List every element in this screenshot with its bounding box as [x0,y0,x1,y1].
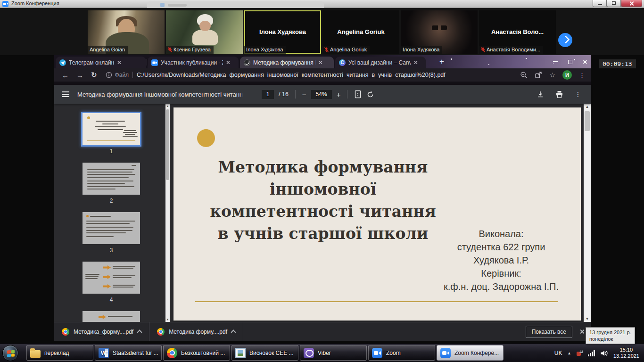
pdf-menu-icon[interactable] [62,94,69,95]
info-icon[interactable] [106,72,112,78]
start-button[interactable] [2,345,18,361]
pdf-more-options-icon[interactable]: ⋮ [575,90,581,98]
taskbar-button-chrome[interactable]: Безкоштовний ... [163,345,230,361]
share-icon[interactable] [535,71,542,79]
page-thumbnail-2[interactable] [83,163,140,195]
zoom-in-button[interactable]: + [337,90,341,99]
minimize-button[interactable] [593,0,607,7]
taskbar-button-word[interactable]: W Staatsdienst für ... [95,345,162,361]
rotate-icon[interactable] [366,90,374,99]
hidden-icons-arrow[interactable]: ▲ [568,351,571,355]
restore-icon[interactable] [568,60,572,64]
page-number-input[interactable]: 1 [262,90,274,99]
pdf-file-icon [157,328,165,336]
tray-app-icon[interactable] [576,350,583,356]
tab-close-icon[interactable] [414,61,417,64]
network-icon[interactable] [588,350,595,356]
tab-close-icon[interactable] [117,61,121,64]
clock[interactable]: 15:10 13.12.2021 [613,347,639,359]
participant-name-label: Angelina Goian [88,46,128,54]
tab-telegram[interactable]: Телеграм онлайн [56,57,146,68]
taskbar-button-zoom-meeting-active[interactable]: Zoom Конфере... [437,345,504,361]
page-thumbnail-4[interactable] [83,262,140,294]
sidebar-scrollbar[interactable]: ▲ ▼ [165,104,170,322]
participant-name-label: Ксения Грузева [166,46,214,54]
download-item[interactable]: Методика форму....pdf [149,322,243,341]
browser-window-controls [553,55,587,68]
zoom-out-button[interactable]: − [302,90,306,99]
tab-close-icon[interactable] [226,61,230,64]
forward-button[interactable]: → [76,71,83,79]
telegram-icon [59,59,66,66]
taskbar-button-viber[interactable]: Viber [300,345,367,361]
volume-icon[interactable] [600,350,608,357]
back-button[interactable]: ← [62,71,69,79]
thumbnail-page-number: 3 [83,247,140,254]
canva-icon: C [339,59,346,66]
close-icon[interactable] [583,60,586,64]
slide-gold-circle [197,129,215,147]
bookmark-star-icon[interactable]: ☆ [549,71,555,79]
page-thumbnail-5[interactable] [83,311,140,322]
viewer-scrollbar[interactable]: ▲ ▼ [584,104,591,322]
url-text: C:/Users/пк/Downloads/Методика_формуванн… [137,72,446,78]
close-button[interactable] [621,0,642,7]
windows-taskbar: переклад W Staatsdienst für ... Безкошто… [0,343,644,362]
pdf-page-viewer[interactable]: Методика формування іншомовної компетент… [170,104,591,322]
new-tab-button[interactable]: + [436,56,447,67]
system-tray: UK ▲ 15:10 13.12.2021 [554,344,644,362]
print-icon[interactable] [555,90,563,98]
show-all-downloads-button[interactable]: Показать все [526,326,572,338]
taskbar-button-photo-viewer[interactable]: Висновок СЕЕ ... [231,345,298,361]
participant-tile[interactable]: Angelina Goian [88,10,165,54]
reload-button[interactable]: ↻ [91,71,97,79]
taskbar-button-zoom[interactable]: Zoom [368,345,435,361]
participant-name-label: Анастасія Володими... [479,46,543,54]
muted-mic-icon [481,47,485,52]
zoom-level-icon[interactable] [520,71,528,79]
page-thumbnail-1[interactable] [83,113,140,145]
next-participants-button[interactable] [558,33,572,47]
scroll-up-icon[interactable]: ▲ [584,105,591,109]
taskbar-button-folder[interactable]: переклад [26,345,93,361]
clock-date: 13.12.2021 [613,353,639,359]
scroll-up-icon[interactable]: ▲ [165,105,170,107]
bookmarks-strip [54,82,591,85]
participant-tile-active-speaker[interactable]: Ілона Худякова Ілона Худякова [244,10,321,54]
scrollbar-thumb[interactable] [585,111,590,131]
tab-close-icon[interactable] [319,61,322,64]
thumbnail-page-number: 2 [83,197,140,204]
scroll-down-icon[interactable]: ▼ [165,318,170,321]
page-thumbnail-3[interactable] [83,212,140,244]
scrollbar-thumb[interactable] [166,109,169,180]
chevron-up-icon[interactable] [137,329,142,335]
tab-zoom[interactable]: Участник публикации - Zoom [148,57,239,68]
participant-tile[interactable]: Ілона Худякова [401,10,478,54]
participant-name-label: Ілона Худякова [244,46,286,54]
restore-button[interactable] [607,0,621,7]
pdf-file-icon [62,328,69,336]
scroll-down-icon[interactable]: ▼ [584,317,591,321]
page-total: / 16 [279,91,289,98]
participant-tile[interactable]: Angelina Goriuk Angelina Goriuk [322,10,399,54]
tab-pdf-active[interactable]: Методика формування іншомо [240,57,334,68]
background-window-icon [160,3,165,7]
address-bar[interactable]: Файл C:/Users/пк/Downloads/Методика_форм… [106,72,514,78]
participant-name-label: Angelina Goriuk [322,46,370,54]
chevron-up-icon[interactable] [231,329,236,335]
language-indicator[interactable]: UK [554,350,562,356]
close-downloads-bar-icon[interactable] [580,329,584,334]
tab-canva[interactable]: C Усі ваші дизайни – Canva [335,57,426,68]
tab-strip: Телеграм онлайн Участник публикации - Zo… [54,55,591,68]
muted-mic-icon [168,47,172,52]
browser-menu-icon[interactable]: ⋮ [579,72,585,79]
fit-page-icon[interactable] [354,90,362,99]
download-icon[interactable] [537,90,544,98]
download-item[interactable]: Методика_форму....pdf [54,322,149,341]
participant-tile[interactable]: Ксения Грузева [166,10,243,54]
minimize-icon[interactable] [553,61,558,62]
url-scheme-label: Файл [115,72,129,78]
profile-avatar[interactable]: И [562,70,572,80]
pdf-content-area: 1 2 [54,104,591,322]
participant-tile[interactable]: Анастасія Воло... Анастасія Володими... [479,10,556,54]
